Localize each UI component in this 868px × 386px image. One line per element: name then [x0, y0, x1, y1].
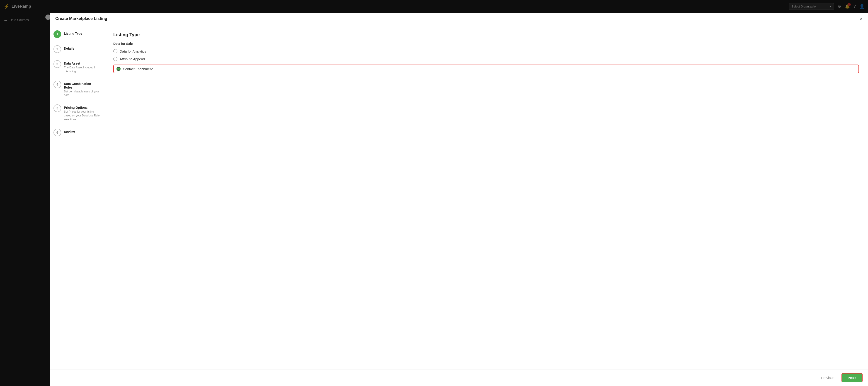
step-6: 6 Review [54, 129, 100, 136]
step-4: 4 Data Combination Rules Set permissable… [54, 81, 100, 97]
radio-item-data-for-analytics[interactable]: Data for Analytics [113, 49, 859, 53]
radio-contact-enrichment[interactable] [117, 67, 121, 71]
create-listing-modal: Create Marketplace Listing × 1 Listing T… [50, 13, 868, 386]
radio-label-attribute-append: Attribute Append [120, 57, 145, 61]
step-1-circle: 1 [54, 30, 61, 38]
step-4-title: Data Combination Rules [64, 82, 100, 89]
step-2-circle: 2 [54, 45, 61, 53]
step-3: 3 Data Asset The Data Asset included in … [54, 60, 100, 73]
form-area: Listing Type Data for Sale Data for Anal… [104, 25, 868, 369]
previous-button[interactable]: Previous [816, 374, 839, 382]
step-2: 2 Details [54, 45, 100, 53]
modal-body: 1 Listing Type 2 Details [50, 25, 868, 369]
step-4-circle: 4 [54, 81, 61, 88]
step-3-circle: 3 [54, 60, 61, 68]
step-connector-5 [58, 121, 58, 129]
radio-attribute-append[interactable] [113, 57, 117, 61]
modal-title: Create Marketplace Listing [55, 16, 107, 21]
step-2-content: Details [64, 45, 74, 50]
radio-label-data-for-analytics: Data for Analytics [120, 50, 146, 53]
step-3-title: Data Asset [64, 62, 100, 65]
step-1: 1 Listing Type [54, 30, 100, 38]
modal-overlay: Create Marketplace Listing × 1 Listing T… [0, 0, 868, 386]
next-button[interactable]: Next [841, 373, 863, 382]
radio-item-contact-enrichment[interactable]: Contact Enrichment [113, 65, 859, 73]
step-5-subtitle: Set Prices for your listing based on you… [64, 110, 100, 121]
step-6-title: Review [64, 130, 75, 134]
modal-close-button[interactable]: × [860, 17, 863, 21]
step-2-title: Details [64, 47, 74, 50]
listing-type-radio-group: Data for Analytics Attribute Append Cont… [113, 49, 859, 73]
modal-footer: Previous Next [50, 369, 868, 386]
form-section-title: Listing Type [113, 32, 859, 37]
form-subsection-title: Data for Sale [113, 42, 859, 45]
step-6-circle: 6 [54, 129, 61, 136]
step-5-content: Pricing Options Set Prices for your list… [64, 104, 100, 121]
step-5-title: Pricing Options [64, 106, 100, 109]
modal-header: Create Marketplace Listing × [50, 13, 868, 25]
step-connector-3 [58, 73, 58, 81]
step-6-content: Review [64, 129, 75, 134]
step-5: 5 Pricing Options Set Prices for your li… [54, 104, 100, 121]
step-1-content: Listing Type [64, 30, 82, 35]
radio-label-contact-enrichment: Contact Enrichment [123, 67, 153, 71]
step-1-title: Listing Type [64, 32, 82, 35]
step-connector-1 [58, 38, 58, 45]
stepper: 1 Listing Type 2 Details [50, 25, 104, 369]
step-4-subtitle: Set permissable uses of your data [64, 90, 100, 97]
step-3-subtitle: The Data Asset included in this listing [64, 66, 100, 73]
step-connector-2 [58, 53, 58, 60]
radio-item-attribute-append[interactable]: Attribute Append [113, 57, 859, 61]
radio-data-for-analytics[interactable] [113, 49, 117, 53]
step-3-content: Data Asset The Data Asset included in th… [64, 60, 100, 73]
step-5-circle: 5 [54, 104, 61, 112]
step-4-content: Data Combination Rules Set permissable u… [64, 81, 100, 97]
step-connector-4 [58, 97, 58, 104]
